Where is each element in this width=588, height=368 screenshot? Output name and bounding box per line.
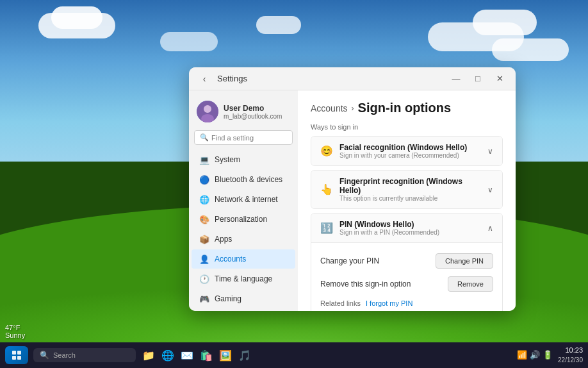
taskbar-search-label: Search — [53, 351, 76, 359]
option-header-fingerprint[interactable]: 👆 Fingerprint recognition (Windows Hello… — [311, 171, 502, 208]
option-desc-facial: Sign in with your camera (Recommended) — [339, 152, 481, 159]
close-button[interactable]: ✕ — [491, 71, 508, 87]
nav-icon-system: 💻 — [199, 155, 209, 165]
sidebar-item-bluetooth[interactable]: 🔵 Bluetooth & devices — [192, 170, 295, 189]
taskbar-icon-file-explorer[interactable]: 📁 — [141, 347, 156, 363]
option-title-pin: PIN (Windows Hello) — [339, 220, 481, 229]
clock-time: 10:23 — [558, 346, 583, 355]
option-title-facial: Facial recognition (Windows Hello) — [339, 143, 481, 152]
restore-button[interactable]: □ — [470, 71, 486, 87]
nav-icon-accounts: 👤 — [199, 254, 209, 264]
option-desc-fingerprint: This option is currently unavailable — [339, 195, 481, 202]
weather-condition: Sunny — [5, 331, 25, 339]
change-pin-label: Change your PIN — [320, 256, 379, 265]
sign-in-options-list: 😊 Facial recognition (Windows Hello) Sig… — [311, 136, 503, 311]
option-icon-facial: 😊 — [320, 145, 333, 158]
nav-label-network: Network & internet — [215, 195, 278, 204]
weather-temp: 47°F — [5, 324, 25, 331]
chevron-pin: ∧ — [487, 224, 493, 233]
option-header-facial[interactable]: 😊 Facial recognition (Windows Hello) Sig… — [311, 137, 502, 165]
weather-widget: 47°F Sunny — [5, 324, 25, 339]
title-bar: ‹ Settings — □ ✕ — [189, 67, 516, 90]
nav-icon-network: 🌐 — [199, 194, 209, 205]
option-icon-pin: 🔢 — [320, 222, 333, 235]
breadcrumb-arrow: › — [352, 104, 354, 113]
taskbar-icons: 📁 🌐 ✉️ 🛍️ 🖼️ 🎵 — [141, 347, 517, 363]
svg-rect-3 — [12, 351, 16, 355]
related-links: Related links I forgot my PIN — [320, 296, 493, 308]
user-info: User Demo m_lab@outlook.com — [224, 104, 290, 120]
option-item-facial: 😊 Facial recognition (Windows Hello) Sig… — [311, 136, 503, 166]
settings-window: ‹ Settings — □ ✕ — [189, 67, 516, 311]
search-icon: 🔍 — [200, 133, 209, 142]
page-header: Accounts › Sign-in options — [311, 101, 503, 115]
sidebar-item-personalization[interactable]: 🎨 Personalization — [192, 210, 295, 229]
pin-expanded-section: Change your PIN Change PIN Remove this s… — [311, 242, 502, 311]
nav-label-apps: Apps — [215, 235, 232, 244]
taskbar-icon-edge[interactable]: 🌐 — [160, 347, 176, 363]
user-avatar — [197, 101, 218, 122]
option-icon-fingerprint: 👆 — [320, 183, 333, 196]
settings-search[interactable]: 🔍 — [194, 130, 293, 145]
network-icon: 📶 — [517, 350, 527, 360]
system-tray: 📶 🔊 🔋 — [517, 350, 553, 360]
nav-icon-gaming: 🎮 — [199, 294, 209, 304]
user-email: m_lab@outlook.com — [224, 113, 290, 120]
sidebar-item-apps[interactable]: 📦 Apps — [192, 230, 295, 249]
nav-label-accounts: Accounts — [215, 255, 246, 263]
option-item-pin: 🔢 PIN (Windows Hello) Sign in with a PIN… — [311, 213, 503, 311]
sidebar-item-accessibility[interactable]: ♿ Accessibility — [192, 309, 295, 311]
nav-label-personalization: Personalization — [215, 215, 267, 224]
option-text-pin: PIN (Windows Hello) Sign in with a PIN (… — [339, 220, 481, 236]
taskbar-icon-photos[interactable]: 🖼️ — [218, 347, 233, 363]
battery-icon: 🔋 — [543, 350, 553, 360]
svg-rect-5 — [12, 356, 16, 360]
taskbar-search-icon: 🔍 — [40, 351, 49, 360]
option-item-fingerprint: 👆 Fingerprint recognition (Windows Hello… — [311, 170, 503, 209]
svg-rect-6 — [17, 356, 21, 360]
svg-rect-4 — [17, 351, 21, 355]
option-title-fingerprint: Fingerprint recognition (Windows Hello) — [339, 177, 481, 195]
option-desc-pin: Sign in with a PIN (Recommended) — [339, 229, 481, 236]
taskbar-icon-music[interactable]: 🎵 — [237, 347, 252, 363]
user-name: User Demo — [224, 104, 290, 113]
start-button[interactable] — [5, 346, 28, 364]
main-content: Accounts › Sign-in options Ways to sign … — [298, 90, 516, 311]
sidebar-item-network[interactable]: 🌐 Network & internet — [192, 190, 295, 209]
remove-pin-button[interactable]: Remove — [448, 276, 493, 292]
system-clock[interactable]: 10:23 22/12/30 — [558, 346, 583, 364]
volume-icon: 🔊 — [530, 350, 540, 360]
nav-label-time: Time & language — [215, 274, 272, 283]
window-controls: — □ ✕ — [448, 71, 508, 87]
sidebar-item-time[interactable]: 🕐 Time & language — [192, 269, 295, 289]
window-body: User Demo m_lab@outlook.com 🔍 💻 System 🔵… — [189, 90, 516, 311]
breadcrumb[interactable]: Accounts — [311, 103, 348, 113]
nav-icon-personalization: 🎨 — [199, 214, 209, 224]
chevron-facial: ∨ — [487, 147, 493, 156]
svg-point-1 — [204, 105, 211, 113]
taskbar-search-box[interactable]: 🔍 Search — [33, 348, 136, 362]
minimize-button[interactable]: — — [448, 71, 464, 87]
nav-label-gaming: Gaming — [215, 294, 241, 303]
back-button[interactable]: ‹ — [197, 71, 212, 87]
taskbar-icon-mail[interactable]: ✉️ — [179, 347, 195, 363]
desktop: ‹ Settings — □ ✕ — [0, 0, 588, 368]
sidebar-item-accounts[interactable]: 👤 Accounts — [192, 249, 295, 269]
related-links-label: Related links — [320, 299, 361, 307]
taskbar-icon-store[interactable]: 🛍️ — [199, 347, 214, 363]
window-title: Settings — [217, 74, 247, 83]
sidebar-item-system[interactable]: 💻 System — [192, 150, 295, 169]
forgot-pin-link[interactable]: I forgot my PIN — [366, 299, 412, 307]
nav-list: 💻 System 🔵 Bluetooth & devices 🌐 Network… — [189, 150, 298, 311]
nav-icon-bluetooth: 🔵 — [199, 174, 209, 185]
nav-label-system: System — [215, 155, 240, 164]
nav-label-bluetooth: Bluetooth & devices — [215, 175, 282, 184]
sidebar-item-gaming[interactable]: 🎮 Gaming — [192, 289, 295, 308]
remove-pin-row: Remove this sign-in option Remove — [320, 272, 493, 296]
option-header-pin[interactable]: 🔢 PIN (Windows Hello) Sign in with a PIN… — [311, 213, 502, 242]
clock-date: 22/12/30 — [558, 356, 583, 365]
change-pin-button[interactable]: Change PIN — [436, 253, 493, 269]
search-input[interactable] — [211, 134, 287, 142]
page-title: Sign-in options — [358, 101, 452, 115]
settings-sidebar: User Demo m_lab@outlook.com 🔍 💻 System 🔵… — [189, 90, 298, 311]
